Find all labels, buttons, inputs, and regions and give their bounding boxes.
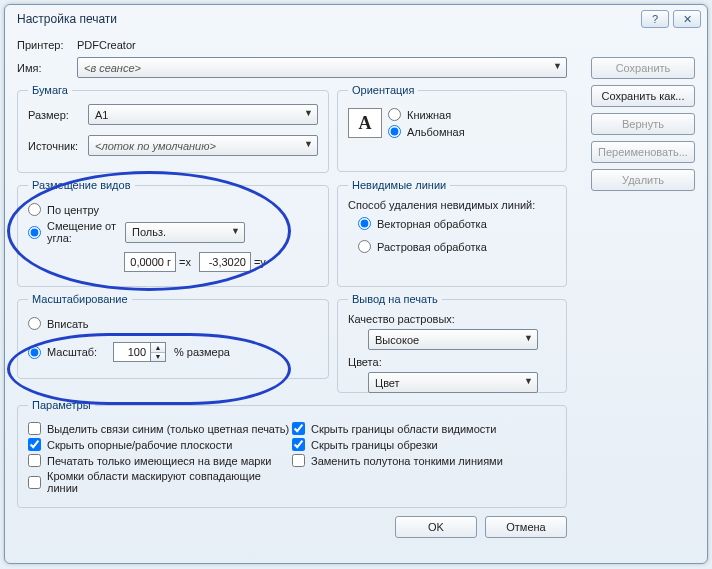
x-suffix: =x	[179, 256, 191, 268]
check-mask-edges[interactable]	[28, 476, 41, 489]
params-group: Параметры Выделить связи синим (только ц…	[17, 399, 567, 508]
y-suffix: =y	[254, 256, 266, 268]
output-legend: Вывод на печать	[348, 293, 442, 305]
vector-radio[interactable]	[358, 217, 371, 230]
rename-button[interactable]: Переименовать...	[591, 141, 695, 163]
fit-label: Вписать	[47, 318, 89, 330]
paper-group: Бумага Размер:A1 Источник:<лоток по умол…	[17, 84, 329, 173]
colors-label: Цвета:	[348, 356, 556, 368]
raster-label: Растровая обработка	[377, 241, 487, 253]
scale-radio[interactable]	[28, 346, 41, 359]
name-label: Имя:	[17, 62, 77, 74]
scale-label: Масштаб:	[47, 346, 113, 358]
scale-input[interactable]	[113, 342, 151, 362]
landscape-radio[interactable]	[388, 125, 401, 138]
window-title: Настройка печати	[17, 12, 637, 26]
colors-select[interactable]: Цвет	[368, 372, 538, 393]
cancel-button[interactable]: Отмена	[485, 516, 567, 538]
size-select[interactable]: A1	[88, 104, 318, 125]
check-hide-scope[interactable]	[292, 422, 305, 435]
offset-x-input[interactable]	[124, 252, 176, 272]
center-label: По центру	[47, 204, 99, 216]
pct-label: % размера	[174, 346, 230, 358]
check-hide-crop[interactable]	[292, 438, 305, 451]
offset-y-input[interactable]	[199, 252, 251, 272]
output-group: Вывод на печать Качество растровых: Высо…	[337, 293, 567, 393]
delete-button[interactable]: Удалить	[591, 169, 695, 191]
quality-label: Качество растровых:	[348, 313, 556, 325]
printer-label: Принтер:	[17, 39, 77, 51]
fit-radio[interactable]	[28, 317, 41, 330]
hidden-mode-label: Способ удаления невидимых линий:	[348, 199, 556, 211]
source-select[interactable]: <лоток по умолчанию>	[88, 135, 318, 156]
save-button[interactable]: Сохранить	[591, 57, 695, 79]
size-label: Размер:	[28, 109, 88, 121]
check-print-tags[interactable]	[28, 454, 41, 467]
scale-legend: Масштабирование	[28, 293, 132, 305]
printer-value: PDFCreator	[77, 39, 136, 51]
offset-label: Смещение от угла:	[47, 220, 125, 244]
revert-button[interactable]: Вернуть	[591, 113, 695, 135]
vector-label: Векторная обработка	[377, 218, 487, 230]
quality-select[interactable]: Высокое	[368, 329, 538, 350]
name-select[interactable]: <в сеансе>	[77, 57, 567, 78]
orientation-legend: Ориентация	[348, 84, 418, 96]
spin-down-icon[interactable]: ▼	[151, 353, 165, 362]
orientation-group: Ориентация A Книжная Альбомная	[337, 84, 567, 172]
landscape-label: Альбомная	[407, 126, 465, 138]
help-button[interactable]: ?	[641, 10, 669, 28]
center-radio[interactable]	[28, 203, 41, 216]
scale-spinner[interactable]: ▲▼	[113, 342, 166, 362]
scale-group: Масштабирование Вписать Масштаб: ▲▼ % ра…	[17, 293, 329, 379]
titlebar: Настройка печати ? ✕	[5, 5, 707, 33]
orientation-icon: A	[348, 108, 382, 138]
check-blue-links[interactable]	[28, 422, 41, 435]
check-hide-planes[interactable]	[28, 438, 41, 451]
portrait-label: Книжная	[407, 109, 451, 121]
source-label: Источник:	[28, 140, 88, 152]
params-legend: Параметры	[28, 399, 95, 411]
check-thin-halftone[interactable]	[292, 454, 305, 467]
saveas-button[interactable]: Сохранить как...	[591, 85, 695, 107]
hidden-legend: Невидимые линии	[348, 179, 450, 191]
placement-legend: Размещение видов	[28, 179, 135, 191]
ok-button[interactable]: OK	[395, 516, 477, 538]
offset-radio[interactable]	[28, 226, 41, 239]
close-button[interactable]: ✕	[673, 10, 701, 28]
portrait-radio[interactable]	[388, 108, 401, 121]
placement-group: Размещение видов По центру Смещение от у…	[17, 179, 329, 287]
hidden-group: Невидимые линии Способ удаления невидимы…	[337, 179, 567, 287]
raster-radio[interactable]	[358, 240, 371, 253]
offset-select[interactable]: Польз.	[125, 222, 245, 243]
paper-legend: Бумага	[28, 84, 72, 96]
spin-up-icon[interactable]: ▲	[151, 343, 165, 353]
